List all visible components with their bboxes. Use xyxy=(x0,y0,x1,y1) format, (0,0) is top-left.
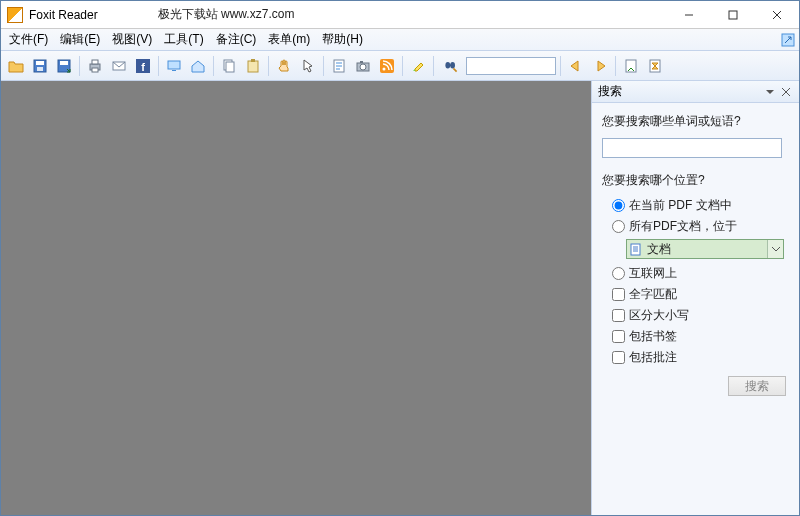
toolbar-search-input[interactable] xyxy=(466,57,556,75)
menu-view[interactable]: 视图(V) xyxy=(106,29,158,50)
search-text-input[interactable] xyxy=(602,138,782,158)
svg-line-34 xyxy=(453,68,456,71)
opt-bookmarks[interactable]: 包括书签 xyxy=(612,328,789,345)
app-title: Foxit Reader xyxy=(29,8,98,22)
opt-annotations[interactable]: 包括批注 xyxy=(612,349,789,366)
svg-rect-33 xyxy=(449,64,451,66)
opt-case[interactable]: 区分大小写 xyxy=(612,307,789,324)
close-button[interactable] xyxy=(755,3,799,27)
save-button[interactable] xyxy=(29,55,51,77)
svg-rect-11 xyxy=(92,60,98,64)
svg-rect-21 xyxy=(251,59,255,62)
expand-icon[interactable] xyxy=(779,31,797,49)
minimize-button[interactable] xyxy=(667,3,711,27)
radio-current-doc[interactable] xyxy=(612,199,625,212)
opt-current-doc-label: 在当前 PDF 文档中 xyxy=(629,197,732,214)
svg-point-30 xyxy=(383,67,386,70)
radio-all-docs[interactable] xyxy=(612,220,625,233)
facebook-button[interactable]: f xyxy=(132,55,154,77)
saveas-button[interactable] xyxy=(53,55,75,77)
opt-current-doc[interactable]: 在当前 PDF 文档中 xyxy=(612,197,789,214)
panel-dropdown-icon[interactable] xyxy=(763,85,777,99)
checkbox-wholeword[interactable] xyxy=(612,288,625,301)
search-button-label: 搜索 xyxy=(745,378,769,395)
svg-rect-9 xyxy=(60,61,68,65)
svg-rect-28 xyxy=(360,61,363,63)
content-area: 搜索 您要搜索哪些单词或短语? 您要搜索哪个位置? 在当前 PDF 文档中 所有… xyxy=(1,81,799,515)
svg-rect-1 xyxy=(729,11,737,19)
paste-button[interactable] xyxy=(242,55,264,77)
find-button[interactable] xyxy=(438,55,464,77)
search-panel: 搜索 您要搜索哪些单词或短语? 您要搜索哪个位置? 在当前 PDF 文档中 所有… xyxy=(591,81,799,515)
svg-rect-16 xyxy=(168,61,180,69)
menu-help[interactable]: 帮助(H) xyxy=(316,29,369,50)
menubar: 文件(F) 编辑(E) 视图(V) 工具(T) 备注(C) 表单(m) 帮助(H… xyxy=(1,29,799,51)
copy-button[interactable] xyxy=(218,55,240,77)
svg-rect-6 xyxy=(36,61,44,65)
print-button[interactable] xyxy=(84,55,106,77)
rss-button[interactable] xyxy=(376,55,398,77)
select-tool-button[interactable] xyxy=(297,55,319,77)
svg-rect-17 xyxy=(172,70,176,71)
highlight-button[interactable] xyxy=(407,55,429,77)
panel-close-icon[interactable] xyxy=(779,85,793,99)
svg-rect-7 xyxy=(37,67,43,71)
menu-comment[interactable]: 备注(C) xyxy=(210,29,263,50)
app-icon xyxy=(7,7,23,23)
timer-button[interactable] xyxy=(644,55,666,77)
svg-point-27 xyxy=(360,64,366,70)
svg-rect-20 xyxy=(248,61,258,72)
document-button[interactable] xyxy=(620,55,642,77)
chevron-down-icon[interactable] xyxy=(767,240,783,258)
folder-select[interactable]: 文档 xyxy=(626,239,784,259)
camera-button[interactable] xyxy=(352,55,374,77)
document-area[interactable] xyxy=(1,81,591,515)
opt-annotations-label: 包括批注 xyxy=(629,349,677,366)
hand-tool-button[interactable] xyxy=(273,55,295,77)
titlebar: Foxit Reader 极光下载站 www.xz7.com xyxy=(1,1,799,29)
opt-case-label: 区分大小写 xyxy=(629,307,689,324)
folder-label: 文档 xyxy=(647,241,671,258)
opt-all-docs[interactable]: 所有PDF文档，位于 xyxy=(612,218,789,235)
checkbox-case[interactable] xyxy=(612,309,625,322)
maximize-button[interactable] xyxy=(711,3,755,27)
folder-doc-icon xyxy=(629,242,643,256)
opt-wholeword-label: 全字匹配 xyxy=(629,286,677,303)
opt-bookmarks-label: 包括书签 xyxy=(629,328,677,345)
radio-internet[interactable] xyxy=(612,267,625,280)
checkbox-annotations[interactable] xyxy=(612,351,625,364)
menu-form[interactable]: 表单(m) xyxy=(262,29,316,50)
svg-rect-12 xyxy=(92,68,98,72)
checkbox-bookmarks[interactable] xyxy=(612,330,625,343)
subtitle-text: 极光下载站 www.xz7.com xyxy=(158,6,295,23)
panel-header: 搜索 xyxy=(592,81,799,103)
prev-button[interactable] xyxy=(565,55,587,77)
open-button[interactable] xyxy=(5,55,27,77)
next-button[interactable] xyxy=(589,55,611,77)
search-question-1: 您要搜索哪些单词或短语? xyxy=(602,113,789,130)
opt-all-docs-label: 所有PDF文档，位于 xyxy=(629,218,737,235)
panel-body: 您要搜索哪些单词或短语? 您要搜索哪个位置? 在当前 PDF 文档中 所有PDF… xyxy=(592,103,799,406)
screen-button[interactable] xyxy=(163,55,185,77)
email-button[interactable] xyxy=(108,55,130,77)
toolbar: f xyxy=(1,51,799,81)
search-button[interactable]: 搜索 xyxy=(728,376,786,396)
opt-wholeword[interactable]: 全字匹配 xyxy=(612,286,789,303)
menu-tool[interactable]: 工具(T) xyxy=(158,29,209,50)
panel-title: 搜索 xyxy=(598,83,622,100)
text-select-button[interactable] xyxy=(328,55,350,77)
menu-edit[interactable]: 编辑(E) xyxy=(54,29,106,50)
svg-rect-35 xyxy=(626,60,636,72)
menu-file[interactable]: 文件(F) xyxy=(3,29,54,50)
opt-internet[interactable]: 互联网上 xyxy=(612,265,789,282)
svg-text:f: f xyxy=(141,61,145,73)
opt-internet-label: 互联网上 xyxy=(629,265,677,282)
search-question-2: 您要搜索哪个位置? xyxy=(602,172,789,189)
svg-rect-19 xyxy=(226,62,234,72)
home-button[interactable] xyxy=(187,55,209,77)
